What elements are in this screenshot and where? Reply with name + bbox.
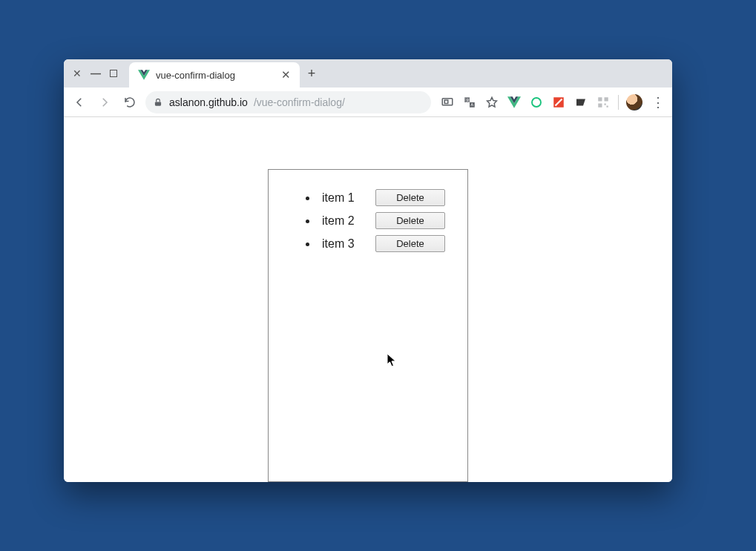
tab-title: vue-confirm-dialog <box>156 70 274 81</box>
forward-button[interactable] <box>95 93 114 112</box>
window-minimize-icon[interactable]: — <box>91 68 101 79</box>
svg-rect-7 <box>598 97 602 101</box>
svg-rect-10 <box>605 103 606 105</box>
device-cast-icon[interactable] <box>440 95 455 110</box>
item-label: item 1 <box>306 191 355 205</box>
bookmark-star-icon[interactable] <box>484 95 499 110</box>
tab-close-icon[interactable]: ✕ <box>280 68 292 82</box>
page-content: item 1 Delete item 2 Delete item 3 Delet… <box>64 117 672 482</box>
tab-strip: ✕ — vue-confirm-dialog ✕ + <box>64 59 672 88</box>
svg-rect-9 <box>598 103 602 107</box>
window-controls: ✕ — <box>68 59 125 88</box>
svg-rect-0 <box>155 102 161 105</box>
address-bar[interactable]: aslanon.github.io/vue-confirm-dialog/ <box>145 91 431 113</box>
svg-rect-11 <box>607 105 608 107</box>
extension-red-icon[interactable] <box>551 95 566 110</box>
svg-text:A: A <box>471 102 474 107</box>
list-item: item 1 Delete <box>306 186 445 209</box>
toolbar-separator <box>618 95 619 110</box>
vue-icon <box>138 69 150 81</box>
toolbar-extensions: 文A ⋮ <box>437 94 666 110</box>
translate-icon[interactable]: 文A <box>462 95 477 110</box>
svg-rect-2 <box>444 100 448 104</box>
browser-tab[interactable]: vue-confirm-dialog ✕ <box>129 62 300 88</box>
url-path: /vue-confirm-dialog/ <box>254 96 345 108</box>
chrome-menu-icon[interactable]: ⋮ <box>650 94 666 110</box>
item-label: item 2 <box>306 214 355 228</box>
extension-dark-icon[interactable] <box>573 95 588 110</box>
window-close-icon[interactable]: ✕ <box>73 68 82 79</box>
vue-devtools-icon[interactable] <box>507 95 522 110</box>
url-host: aslanon.github.io <box>169 96 248 108</box>
item-list: item 1 Delete item 2 Delete item 3 Delet… <box>291 186 445 255</box>
list-item: item 2 Delete <box>306 209 445 232</box>
reload-button[interactable] <box>120 93 139 112</box>
svg-rect-8 <box>605 97 608 101</box>
new-tab-button[interactable]: + <box>300 59 323 88</box>
list-item: item 3 Delete <box>306 232 445 255</box>
delete-button[interactable]: Delete <box>375 189 445 206</box>
lock-icon <box>153 97 163 108</box>
back-button[interactable] <box>70 93 89 112</box>
extension-circle-icon[interactable] <box>529 95 544 110</box>
extension-qr-icon[interactable] <box>596 95 611 110</box>
browser-toolbar: aslanon.github.io/vue-confirm-dialog/ 文A <box>64 88 672 117</box>
svg-point-5 <box>532 98 541 107</box>
delete-button[interactable]: Delete <box>375 235 445 252</box>
svg-text:文: 文 <box>466 97 470 102</box>
window-maximize-icon[interactable] <box>110 70 117 77</box>
delete-button[interactable]: Delete <box>375 212 445 229</box>
browser-window: ✕ — vue-confirm-dialog ✕ + <box>64 59 672 482</box>
profile-avatar[interactable] <box>626 94 642 110</box>
item-list-box: item 1 Delete item 2 Delete item 3 Delet… <box>268 169 468 482</box>
item-label: item 3 <box>306 237 355 251</box>
